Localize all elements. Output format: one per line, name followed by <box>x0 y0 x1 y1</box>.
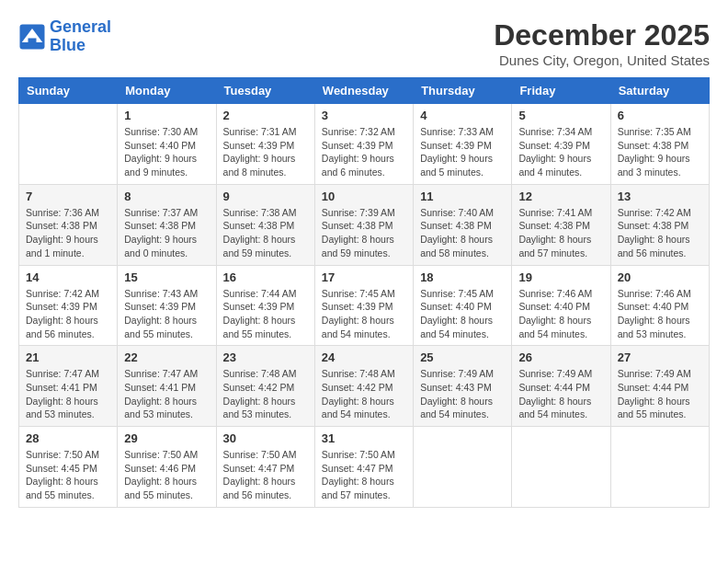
week-row-2: 7Sunrise: 7:36 AM Sunset: 4:38 PM Daylig… <box>19 184 710 265</box>
day-info: Sunrise: 7:45 AM Sunset: 4:39 PM Dayligh… <box>322 287 406 341</box>
day-cell: 22Sunrise: 7:47 AM Sunset: 4:41 PM Dayli… <box>118 346 216 427</box>
day-info: Sunrise: 7:49 AM Sunset: 4:44 PM Dayligh… <box>618 367 702 421</box>
day-number: 12 <box>518 190 603 203</box>
day-cell <box>512 427 610 508</box>
day-number: 3 <box>322 109 406 122</box>
day-number: 11 <box>420 190 505 203</box>
day-number: 19 <box>518 270 603 284</box>
header-cell-tuesday: Tuesday <box>216 78 314 104</box>
day-number: 2 <box>223 109 308 122</box>
logo-icon <box>18 23 46 51</box>
day-cell: 31Sunrise: 7:50 AM Sunset: 4:47 PM Dayli… <box>314 427 413 508</box>
day-cell: 16Sunrise: 7:44 AM Sunset: 4:39 PM Dayli… <box>216 265 314 346</box>
day-number: 29 <box>124 431 209 445</box>
day-cell: 27Sunrise: 7:49 AM Sunset: 4:44 PM Dayli… <box>610 346 709 427</box>
day-number: 17 <box>322 270 406 284</box>
day-cell: 15Sunrise: 7:43 AM Sunset: 4:39 PM Dayli… <box>118 265 216 346</box>
header: General Blue December 2025 Dunes City, O… <box>18 18 710 68</box>
day-cell: 29Sunrise: 7:50 AM Sunset: 4:46 PM Dayli… <box>118 427 216 508</box>
day-info: Sunrise: 7:33 AM Sunset: 4:39 PM Dayligh… <box>420 125 505 179</box>
day-cell: 4Sunrise: 7:33 AM Sunset: 4:39 PM Daylig… <box>414 104 512 185</box>
day-number: 18 <box>420 270 505 284</box>
day-cell: 28Sunrise: 7:50 AM Sunset: 4:45 PM Dayli… <box>19 427 118 508</box>
day-info: Sunrise: 7:46 AM Sunset: 4:40 PM Dayligh… <box>518 287 603 341</box>
day-info: Sunrise: 7:38 AM Sunset: 4:38 PM Dayligh… <box>223 206 308 260</box>
day-cell: 5Sunrise: 7:34 AM Sunset: 4:39 PM Daylig… <box>512 104 610 185</box>
day-info: Sunrise: 7:46 AM Sunset: 4:40 PM Dayligh… <box>618 287 702 341</box>
day-info: Sunrise: 7:42 AM Sunset: 4:39 PM Dayligh… <box>26 287 110 341</box>
day-number: 21 <box>26 350 110 364</box>
day-info: Sunrise: 7:50 AM Sunset: 4:47 PM Dayligh… <box>223 448 308 502</box>
day-cell: 3Sunrise: 7:32 AM Sunset: 4:39 PM Daylig… <box>314 104 413 185</box>
day-cell: 14Sunrise: 7:42 AM Sunset: 4:39 PM Dayli… <box>19 265 118 346</box>
day-number: 8 <box>124 190 209 203</box>
day-cell: 19Sunrise: 7:46 AM Sunset: 4:40 PM Dayli… <box>512 265 610 346</box>
day-info: Sunrise: 7:31 AM Sunset: 4:39 PM Dayligh… <box>223 125 308 179</box>
day-info: Sunrise: 7:48 AM Sunset: 4:42 PM Dayligh… <box>223 367 308 421</box>
main-title: December 2025 <box>494 18 710 52</box>
week-row-5: 28Sunrise: 7:50 AM Sunset: 4:45 PM Dayli… <box>19 427 710 508</box>
day-number: 22 <box>124 350 209 364</box>
day-cell: 6Sunrise: 7:35 AM Sunset: 4:38 PM Daylig… <box>610 104 709 185</box>
day-info: Sunrise: 7:50 AM Sunset: 4:45 PM Dayligh… <box>26 448 110 502</box>
day-info: Sunrise: 7:42 AM Sunset: 4:38 PM Dayligh… <box>618 206 702 260</box>
day-cell: 20Sunrise: 7:46 AM Sunset: 4:40 PM Dayli… <box>610 265 709 346</box>
day-number: 6 <box>618 109 702 122</box>
day-number: 16 <box>223 270 308 284</box>
week-row-1: 1Sunrise: 7:30 AM Sunset: 4:40 PM Daylig… <box>19 104 710 185</box>
day-number: 14 <box>26 270 110 284</box>
day-info: Sunrise: 7:41 AM Sunset: 4:38 PM Dayligh… <box>518 206 603 260</box>
logo: General Blue <box>18 18 111 55</box>
day-info: Sunrise: 7:48 AM Sunset: 4:42 PM Dayligh… <box>322 367 406 421</box>
day-cell: 8Sunrise: 7:37 AM Sunset: 4:38 PM Daylig… <box>118 184 216 265</box>
day-cell: 9Sunrise: 7:38 AM Sunset: 4:38 PM Daylig… <box>216 184 314 265</box>
day-cell: 21Sunrise: 7:47 AM Sunset: 4:41 PM Dayli… <box>19 346 118 427</box>
day-info: Sunrise: 7:30 AM Sunset: 4:40 PM Dayligh… <box>124 125 209 179</box>
day-number: 24 <box>322 350 406 364</box>
day-cell: 18Sunrise: 7:45 AM Sunset: 4:40 PM Dayli… <box>414 265 512 346</box>
day-info: Sunrise: 7:49 AM Sunset: 4:44 PM Dayligh… <box>518 367 603 421</box>
header-cell-saturday: Saturday <box>610 78 709 104</box>
day-cell: 23Sunrise: 7:48 AM Sunset: 4:42 PM Dayli… <box>216 346 314 427</box>
day-cell: 25Sunrise: 7:49 AM Sunset: 4:43 PM Dayli… <box>414 346 512 427</box>
day-cell: 17Sunrise: 7:45 AM Sunset: 4:39 PM Dayli… <box>314 265 413 346</box>
day-cell: 7Sunrise: 7:36 AM Sunset: 4:38 PM Daylig… <box>19 184 118 265</box>
calendar-table: SundayMondayTuesdayWednesdayThursdayFrid… <box>18 77 710 508</box>
day-info: Sunrise: 7:50 AM Sunset: 4:47 PM Dayligh… <box>322 448 406 502</box>
day-cell: 10Sunrise: 7:39 AM Sunset: 4:38 PM Dayli… <box>314 184 413 265</box>
day-cell: 2Sunrise: 7:31 AM Sunset: 4:39 PM Daylig… <box>216 104 314 185</box>
week-row-4: 21Sunrise: 7:47 AM Sunset: 4:41 PM Dayli… <box>19 346 710 427</box>
day-info: Sunrise: 7:47 AM Sunset: 4:41 PM Dayligh… <box>26 367 110 421</box>
logo-line2: Blue <box>50 36 85 54</box>
day-info: Sunrise: 7:34 AM Sunset: 4:39 PM Dayligh… <box>518 125 603 179</box>
day-number: 25 <box>420 350 505 364</box>
day-info: Sunrise: 7:45 AM Sunset: 4:40 PM Dayligh… <box>420 287 505 341</box>
day-number: 7 <box>26 190 110 203</box>
day-number: 20 <box>618 270 702 284</box>
day-number: 4 <box>420 109 505 122</box>
day-info: Sunrise: 7:37 AM Sunset: 4:38 PM Dayligh… <box>124 206 209 260</box>
header-cell-wednesday: Wednesday <box>314 78 413 104</box>
subtitle: Dunes City, Oregon, United States <box>494 52 710 68</box>
day-info: Sunrise: 7:47 AM Sunset: 4:41 PM Dayligh… <box>124 367 209 421</box>
day-number: 31 <box>322 431 406 445</box>
logo-line1: General <box>50 17 111 36</box>
day-number: 30 <box>223 431 308 445</box>
day-info: Sunrise: 7:49 AM Sunset: 4:43 PM Dayligh… <box>420 367 505 421</box>
day-info: Sunrise: 7:44 AM Sunset: 4:39 PM Dayligh… <box>223 287 308 341</box>
week-row-3: 14Sunrise: 7:42 AM Sunset: 4:39 PM Dayli… <box>19 265 710 346</box>
day-number: 23 <box>223 350 308 364</box>
header-cell-friday: Friday <box>512 78 610 104</box>
day-info: Sunrise: 7:39 AM Sunset: 4:38 PM Dayligh… <box>322 206 406 260</box>
day-number: 28 <box>26 431 110 445</box>
header-cell-sunday: Sunday <box>19 78 118 104</box>
header-cell-monday: Monday <box>118 78 216 104</box>
day-cell <box>19 104 118 185</box>
title-section: December 2025 Dunes City, Oregon, United… <box>494 18 710 68</box>
logo-text: General Blue <box>50 18 111 55</box>
day-number: 10 <box>322 190 406 203</box>
day-cell: 26Sunrise: 7:49 AM Sunset: 4:44 PM Dayli… <box>512 346 610 427</box>
day-cell <box>610 427 709 508</box>
day-info: Sunrise: 7:35 AM Sunset: 4:38 PM Dayligh… <box>618 125 702 179</box>
day-info: Sunrise: 7:50 AM Sunset: 4:46 PM Dayligh… <box>124 448 209 502</box>
